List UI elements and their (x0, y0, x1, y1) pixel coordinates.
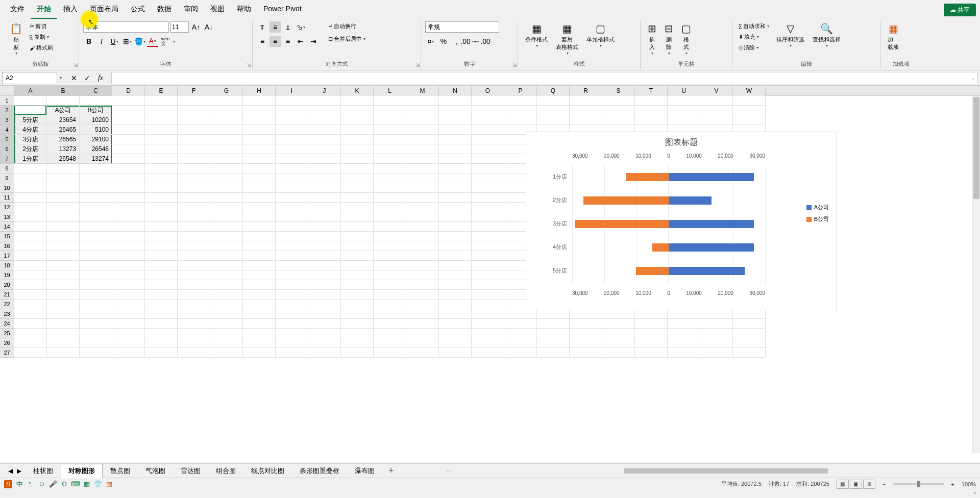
view-page-icon[interactable]: ▣ (850, 480, 862, 489)
status-grid-icon[interactable]: ▦ (83, 480, 91, 488)
cell-L22[interactable] (374, 300, 406, 309)
row-header-17[interactable]: 17 (0, 251, 14, 261)
cell-Q3[interactable] (537, 115, 570, 125)
bold-icon[interactable]: B (83, 36, 94, 47)
indent-increase-icon[interactable]: ⇥ (308, 36, 319, 47)
cell-L10[interactable] (374, 183, 406, 193)
cell-I14[interactable] (276, 222, 308, 232)
cell-E2[interactable] (145, 106, 178, 115)
cell-E14[interactable] (145, 222, 178, 232)
status-shirt-icon[interactable]: 👕 (94, 480, 102, 488)
cell-F7[interactable] (178, 154, 210, 164)
cell-J15[interactable] (308, 232, 341, 241)
horizontal-scrollbar[interactable] (623, 467, 970, 475)
cell-H19[interactable] (243, 270, 276, 280)
cell-H7[interactable] (243, 154, 276, 164)
cell-A22[interactable] (14, 300, 47, 309)
cell-E25[interactable] (145, 329, 178, 338)
cell-T24[interactable] (635, 319, 668, 329)
cell-D1[interactable] (112, 96, 145, 106)
cell-D22[interactable] (112, 300, 145, 309)
cell-E17[interactable] (145, 251, 178, 261)
cell-W25[interactable] (733, 329, 766, 338)
cell-F1[interactable] (178, 96, 210, 106)
formula-expand-icon[interactable]: ⌄ (971, 75, 975, 81)
bar-b[interactable] (652, 243, 669, 252)
sheet-tab-6[interactable]: 线点对比图 (243, 464, 292, 478)
status-apps-icon[interactable]: ▦ (105, 480, 113, 488)
bar-a[interactable] (669, 196, 712, 205)
cell-U2[interactable] (668, 106, 700, 115)
cell-J12[interactable] (308, 203, 341, 212)
vertical-scrollbar[interactable] (972, 96, 980, 453)
col-header-S[interactable]: S (602, 86, 635, 96)
cell-C25[interactable] (80, 329, 112, 338)
font-size-select[interactable] (170, 21, 189, 33)
cell-B2[interactable]: A公司 (47, 106, 80, 115)
cell-N22[interactable] (439, 300, 472, 309)
format-painter-button[interactable]: 🖌 格式刷 (28, 43, 55, 53)
cell-I25[interactable] (276, 329, 308, 338)
cell-K15[interactable] (341, 232, 374, 241)
cell-A17[interactable] (14, 251, 47, 261)
cell-D26[interactable] (112, 338, 145, 348)
cell-E12[interactable] (145, 203, 178, 212)
row-header-14[interactable]: 14 (0, 222, 14, 232)
clipboard-launcher[interactable]: ⇲ (74, 62, 78, 68)
cell-N24[interactable] (439, 319, 472, 329)
cell-C13[interactable] (80, 212, 112, 222)
clear-button[interactable]: ◇ 清除▾ (737, 43, 771, 53)
cell-J8[interactable] (308, 164, 341, 173)
col-header-V[interactable]: V (700, 86, 733, 96)
cell-J23[interactable] (308, 309, 341, 319)
cell-O13[interactable] (472, 212, 504, 222)
cell-I13[interactable] (276, 212, 308, 222)
cell-L27[interactable] (374, 348, 406, 358)
cell-V23[interactable] (700, 309, 733, 319)
cell-G6[interactable] (210, 144, 243, 154)
row-header-16[interactable]: 16 (0, 241, 14, 251)
sheet-tab-1[interactable]: 对称图形 (61, 464, 103, 478)
row-header-18[interactable]: 18 (0, 261, 14, 270)
cell-L3[interactable] (374, 115, 406, 125)
fx-icon[interactable]: fx (95, 72, 106, 84)
cell-O11[interactable] (472, 193, 504, 203)
zoom-slider[interactable] (893, 483, 944, 485)
cell-D16[interactable] (112, 241, 145, 251)
col-header-H[interactable]: H (243, 86, 276, 96)
cell-L20[interactable] (374, 280, 406, 290)
cell-L15[interactable] (374, 232, 406, 241)
cell-J22[interactable] (308, 300, 341, 309)
cell-I8[interactable] (276, 164, 308, 173)
cell-G22[interactable] (210, 300, 243, 309)
cell-F16[interactable] (178, 241, 210, 251)
cell-V3[interactable] (700, 115, 733, 125)
cell-G5[interactable] (210, 135, 243, 144)
col-header-O[interactable]: O (472, 86, 504, 96)
cut-button[interactable]: ✂ 剪切 (28, 21, 55, 31)
cell-J4[interactable] (308, 125, 341, 135)
table-format-button[interactable]: ▦套用 表格格式▾ (553, 21, 581, 57)
cell-D14[interactable] (112, 222, 145, 232)
cell-U24[interactable] (668, 319, 700, 329)
cell-F6[interactable] (178, 144, 210, 154)
cell-C7[interactable]: 13274 (80, 154, 112, 164)
formula-input[interactable] (111, 72, 978, 84)
status-cn-icon[interactable]: 中 (15, 480, 23, 488)
cell-K4[interactable] (341, 125, 374, 135)
number-launcher[interactable]: ⇲ (512, 62, 517, 68)
cell-K1[interactable] (341, 96, 374, 106)
cell-H15[interactable] (243, 232, 276, 241)
cell-B14[interactable] (47, 222, 80, 232)
cell-C10[interactable] (80, 183, 112, 193)
phonetic-icon[interactable]: wén 文 (160, 36, 171, 47)
cell-V2[interactable] (700, 106, 733, 115)
fill-button[interactable]: ⬇ 填充▾ (737, 32, 771, 42)
cell-W3[interactable] (733, 115, 766, 125)
cell-C19[interactable] (80, 270, 112, 280)
cell-H12[interactable] (243, 203, 276, 212)
cell-T27[interactable] (635, 348, 668, 358)
cell-N15[interactable] (439, 232, 472, 241)
cell-H5[interactable] (243, 135, 276, 144)
font-launcher[interactable]: ⇲ (247, 62, 251, 68)
